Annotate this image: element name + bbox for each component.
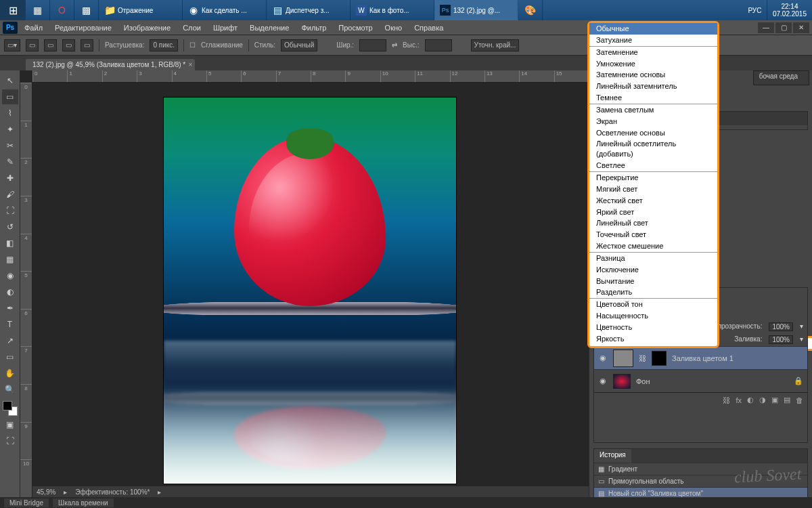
blend-mode-item[interactable]: Исключение: [589, 264, 717, 276]
tray-lang[interactable]: РУС: [743, 0, 767, 20]
blend-mode-item[interactable]: Обычные: [589, 23, 717, 35]
menu-item[interactable]: Изображение: [118, 22, 176, 33]
blend-mode-item[interactable]: Точечный свет: [589, 229, 717, 240]
blend-mode-item[interactable]: Цветность: [589, 322, 717, 333]
type-tool[interactable]: T: [2, 317, 18, 332]
zoom-level[interactable]: 45,9%: [37, 488, 55, 496]
menu-item[interactable]: Фильтр: [296, 22, 332, 33]
blend-mode-item[interactable]: Насыщенность: [589, 310, 717, 322]
blend-mode-item[interactable]: Замена светлым: [589, 104, 717, 116]
link-icon[interactable]: ⛓: [723, 396, 730, 404]
bottom-tab[interactable]: Mini Bridge: [4, 499, 49, 507]
eraser-tool[interactable]: ◧: [2, 236, 18, 251]
layer-name[interactable]: Фон: [636, 377, 650, 385]
menu-item[interactable]: Окно: [380, 22, 408, 33]
chevron-down-icon[interactable]: ▾: [800, 335, 803, 344]
chevron-right-icon[interactable]: ▸: [158, 488, 161, 496]
document-canvas[interactable]: [164, 98, 456, 484]
taskbar-app[interactable]: WКак в фото...: [351, 0, 434, 20]
menu-item[interactable]: Слои: [177, 22, 206, 33]
chevron-right-icon[interactable]: ▸: [64, 488, 67, 496]
checkbox-icon[interactable]: ☐: [189, 41, 196, 49]
taskbar-app[interactable]: 🎨: [518, 0, 543, 20]
link-icon[interactable]: ⛓: [639, 354, 646, 362]
adjustment-icon[interactable]: ◑: [759, 396, 766, 404]
visibility-icon[interactable]: ◉: [598, 377, 608, 385]
blend-mode-item[interactable]: Осветление основы: [589, 127, 717, 139]
menu-item[interactable]: Шрифт: [208, 22, 243, 33]
screenmode-toggle[interactable]: ⛶: [2, 433, 18, 448]
menu-item[interactable]: Просмотр: [333, 22, 378, 33]
blend-mode-item[interactable]: Вычитание: [589, 276, 717, 287]
layer-thumb[interactable]: [613, 374, 631, 389]
menu-item[interactable]: Редактирование: [49, 22, 117, 33]
lasso-tool[interactable]: ⌇: [2, 106, 18, 121]
refine-edge-button[interactable]: Уточн. край...: [471, 39, 520, 51]
marquee-sub[interactable]: ▭: [62, 39, 75, 51]
taskbar-app[interactable]: O: [50, 0, 74, 20]
blend-mode-item[interactable]: Затухание: [589, 35, 717, 46]
stamp-tool[interactable]: ⛶: [2, 203, 18, 218]
blend-mode-item[interactable]: Жесткое смешение: [589, 240, 717, 252]
blend-mode-item[interactable]: Линейный затемнитель: [589, 81, 717, 92]
blend-mode-item[interactable]: Яркий свет: [589, 207, 717, 218]
eyedropper-tool[interactable]: ✎: [2, 154, 18, 169]
hand-tool[interactable]: ✋: [2, 366, 18, 381]
layer-thumb[interactable]: [613, 350, 633, 367]
marquee-mode[interactable]: ▭: [26, 39, 39, 51]
wand-tool[interactable]: ✦: [2, 122, 18, 137]
heal-tool[interactable]: ✚: [2, 171, 18, 186]
layer-row[interactable]: ◉ Фон 🔒: [594, 369, 807, 392]
gradient-tool[interactable]: ▦: [2, 252, 18, 267]
group-icon[interactable]: ▣: [771, 396, 778, 404]
taskbar-app[interactable]: 📁Отражение: [99, 0, 183, 20]
blend-mode-item[interactable]: Перекрытие: [589, 172, 717, 184]
mask-icon[interactable]: ◐: [747, 396, 754, 404]
blend-mode-item[interactable]: Разделить: [589, 287, 717, 298]
document-tab[interactable]: 132 (2).jpg @ 45,9% (Заливка цветом 1, R…: [26, 59, 195, 70]
menu-item[interactable]: Справка: [409, 22, 449, 33]
style-select[interactable]: Обычный: [281, 39, 317, 51]
marquee-tool[interactable]: ▭: [2, 89, 18, 104]
workspace-selector[interactable]: бочая среда: [753, 70, 809, 85]
maximize-button[interactable]: ▢: [775, 22, 792, 33]
quickmask-toggle[interactable]: ▣: [2, 417, 18, 432]
history-brush-tool[interactable]: ↺: [2, 219, 18, 234]
app-icon[interactable]: Ps: [3, 22, 18, 34]
menu-item[interactable]: Выделение: [244, 22, 294, 33]
blend-mode-item[interactable]: Умножение: [589, 58, 717, 70]
tool-preset[interactable]: ▭▾: [4, 39, 20, 51]
panel-tab[interactable]: История: [594, 449, 631, 463]
blend-mode-item[interactable]: Яркость: [589, 333, 717, 345]
history-row[interactable]: ▦Градиент: [594, 463, 807, 475]
taskbar-app[interactable]: ◉Как сделать ...: [183, 0, 267, 20]
close-button[interactable]: ✕: [793, 22, 809, 33]
path-tool[interactable]: ↗: [2, 333, 18, 348]
taskbar-app[interactable]: ▩: [74, 0, 99, 20]
blend-mode-item[interactable]: Мягкий свет: [589, 184, 717, 195]
dodge-tool[interactable]: ◐: [2, 284, 18, 299]
fx-icon[interactable]: fx: [736, 396, 742, 404]
taskbar-app[interactable]: ▦: [26, 0, 50, 20]
opacity-input[interactable]: 100%: [769, 322, 793, 331]
layer-row[interactable]: ◉ ⛓ Заливка цветом 1: [594, 346, 807, 369]
height-input[interactable]: [425, 39, 452, 51]
blend-mode-item[interactable]: Цветовой тон: [589, 299, 717, 310]
feather-input[interactable]: 0 пикс.: [150, 39, 178, 51]
color-swatches[interactable]: [3, 401, 18, 416]
blend-mode-item[interactable]: Затемнение: [589, 47, 717, 58]
blend-mode-item[interactable]: Светлее: [589, 160, 717, 171]
blend-mode-item[interactable]: Экран: [589, 116, 717, 127]
shape-tool[interactable]: ▭: [2, 350, 18, 364]
pen-tool[interactable]: ✒: [2, 301, 18, 316]
menu-item[interactable]: Файл: [19, 22, 48, 33]
swap-icon[interactable]: ⇄: [392, 41, 397, 49]
chevron-down-icon[interactable]: ▾: [800, 322, 803, 331]
layer-mask-thumb[interactable]: [652, 351, 667, 366]
move-tool[interactable]: ↖: [2, 73, 18, 88]
blend-mode-item[interactable]: Разница: [589, 253, 717, 264]
crop-tool[interactable]: ✂: [2, 138, 18, 153]
brush-tool[interactable]: 🖌: [2, 187, 18, 202]
fill-input[interactable]: 100%: [769, 335, 793, 344]
width-input[interactable]: [359, 39, 386, 51]
